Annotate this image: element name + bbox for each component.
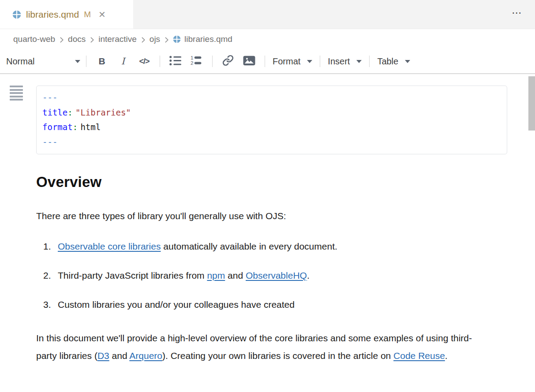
bullet-list-icon — [169, 55, 182, 68]
breadcrumb-docs[interactable]: docs — [68, 34, 86, 44]
numbered-list: 1. Observable core libraries automatical… — [36, 240, 507, 311]
chevron-down-icon — [75, 60, 80, 63]
svg-text:2: 2 — [191, 60, 193, 66]
list-item-text: Observable core libraries automatically … — [58, 240, 337, 253]
image-icon — [243, 56, 255, 67]
breadcrumb-interactive[interactable]: interactive — [98, 34, 137, 44]
link-button[interactable] — [217, 52, 239, 70]
link-icon — [222, 55, 234, 68]
insert-menu-label: Insert — [328, 56, 350, 67]
yaml-format-line: format:html — [42, 120, 501, 135]
chevron-down-icon — [307, 60, 312, 63]
list-marker: 3. — [43, 299, 58, 311]
numbered-list-button[interactable]: 1 2 — [186, 52, 207, 70]
quarto-file-icon — [12, 10, 21, 19]
toolbar-divider — [212, 56, 213, 67]
paragraph-style-value: Normal — [6, 56, 34, 67]
list-item[interactable]: 2. Third-party JavaScript libraries from… — [36, 269, 507, 282]
chevron-right-icon — [58, 36, 65, 44]
chevron-right-icon — [163, 36, 170, 44]
modified-badge: M — [84, 10, 91, 19]
bold-icon: B — [98, 56, 105, 67]
list-marker: 2. — [43, 269, 58, 282]
toolbar-divider — [369, 56, 370, 67]
paragraph-style-dropdown[interactable]: Normal — [6, 56, 81, 67]
toolbar-divider — [160, 56, 160, 67]
format-menu[interactable]: Format — [270, 56, 315, 67]
breadcrumb-quarto-web[interactable]: quarto-web — [13, 34, 55, 44]
more-actions-icon[interactable]: ⋯ — [512, 8, 524, 18]
link-code-reuse[interactable]: Code Reuse — [393, 351, 445, 361]
toolbar-divider — [86, 56, 86, 67]
svg-text:1: 1 — [191, 55, 193, 60]
editor-canvas: --- title:"Libraries" format:html --- Ov… — [0, 74, 535, 365]
inline-code-button[interactable]: </> — [134, 52, 155, 70]
numbered-list-icon: 1 2 — [190, 55, 203, 68]
link-npm[interactable]: npm — [207, 270, 225, 280]
tab-libraries-qmd[interactable]: libraries.qmd M ✕ — [0, 0, 133, 29]
yaml-open-delimiter: --- — [42, 90, 501, 105]
code-icon: </> — [139, 57, 149, 66]
yaml-close-delimiter: --- — [42, 135, 501, 150]
bold-button[interactable]: B — [91, 52, 112, 70]
list-item-text: Custom libraries you and/or your colleag… — [58, 299, 295, 311]
list-item[interactable]: 1. Observable core libraries automatical… — [36, 240, 507, 253]
toolbar-divider — [265, 56, 265, 67]
breadcrumb-ojs[interactable]: ojs — [150, 34, 160, 44]
image-button[interactable] — [239, 52, 260, 70]
table-menu[interactable]: Table — [374, 56, 413, 67]
link-arquero[interactable]: Arquero — [129, 351, 162, 361]
closing-paragraph[interactable]: In this document we'll provide a high-le… — [36, 329, 482, 365]
bullet-list-button[interactable] — [165, 52, 186, 70]
tab-bar: libraries.qmd M ✕ ⋯ — [0, 0, 535, 29]
italic-button[interactable]: I — [112, 52, 134, 70]
tab-title: libraries.qmd — [26, 9, 79, 20]
breadcrumb-file-label: libraries.qmd — [184, 34, 232, 44]
list-item[interactable]: 3. Custom libraries you and/or your coll… — [36, 299, 507, 311]
intro-paragraph[interactable]: There are three types of library you'll … — [36, 210, 507, 222]
yaml-title-line: title:"Libraries" — [42, 105, 501, 120]
chevron-right-icon — [139, 36, 147, 44]
breadcrumb-file[interactable]: libraries.qmd — [173, 34, 232, 44]
quarto-file-icon — [173, 35, 181, 43]
chevron-right-icon — [88, 36, 96, 44]
vertical-scrollbar-thumb[interactable] — [528, 76, 535, 131]
list-item-text: Third-party JavaScript libraries from np… — [58, 269, 310, 282]
italic-icon: I — [121, 56, 125, 67]
close-tab-icon[interactable]: ✕ — [98, 10, 106, 19]
link-d3[interactable]: D3 — [97, 351, 109, 361]
table-menu-label: Table — [377, 56, 398, 67]
breadcrumb: quarto-web docs interactive ojs librarie… — [0, 29, 535, 49]
format-menu-label: Format — [273, 56, 300, 67]
list-marker: 1. — [43, 240, 58, 253]
toolbar-divider — [320, 56, 320, 67]
chevron-down-icon — [356, 60, 362, 63]
document-heading[interactable]: Overview — [36, 174, 507, 190]
chevron-down-icon — [405, 60, 410, 63]
block-drag-handle-icon[interactable] — [10, 86, 23, 102]
yaml-front-matter-block[interactable]: --- title:"Libraries" format:html --- — [36, 86, 507, 154]
link-observablehq[interactable]: ObservableHQ — [246, 270, 307, 280]
formatting-toolbar: Normal B I </> 1 2 — [0, 49, 535, 74]
insert-menu[interactable]: Insert — [325, 56, 364, 67]
link-observable-core-libraries[interactable]: Observable core libraries — [58, 241, 161, 251]
